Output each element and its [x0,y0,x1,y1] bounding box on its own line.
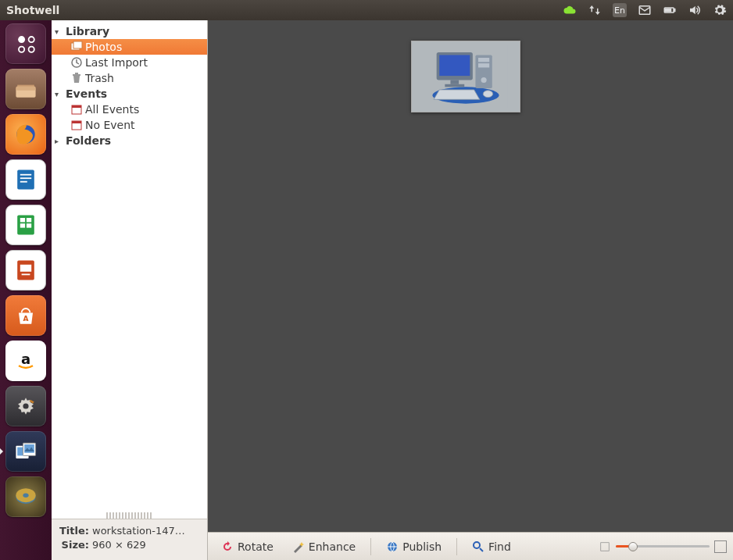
calendar-icon [70,119,83,131]
svg-rect-18 [27,218,31,222]
enhance-icon [292,540,305,553]
svg-point-27 [23,403,28,408]
svg-rect-3 [666,9,671,12]
rotate-button[interactable]: Rotate [214,538,281,555]
svg-rect-17 [20,218,25,222]
svg-rect-15 [20,181,27,183]
sidebar-group-folders[interactable]: ▸ Folders [52,133,207,148]
unity-launcher: A a [0,20,52,560]
sidebar: ▾ Library Photos Last Import Trash [52,20,208,560]
gear-icon[interactable] [713,3,727,17]
launcher-writer[interactable] [5,159,46,200]
svg-rect-39 [72,105,81,108]
svg-point-34 [23,494,28,498]
cloud-icon[interactable] [563,3,577,17]
launcher-calc[interactable] [5,205,46,245]
photos-icon [70,41,83,53]
launcher-firefox[interactable] [5,114,46,155]
sidebar-group-events[interactable]: ▾ Events [52,86,207,102]
zoom-slider[interactable] [599,540,727,553]
launcher-shotwell[interactable] [5,431,46,472]
svg-rect-16 [17,215,34,234]
calendar-icon [70,103,83,116]
zoom-small-icon [600,542,609,551]
svg-rect-46 [450,80,459,84]
chevron-right-icon: ▸ [55,137,63,145]
messages-icon[interactable] [638,3,652,17]
info-title-value: workstation-147… [92,524,185,538]
sidebar-group-label: Folders [66,134,111,147]
launcher-settings[interactable] [5,386,46,426]
volume-icon[interactable] [688,3,702,17]
svg-point-5 [29,37,34,42]
svg-point-4 [18,36,25,43]
svg-point-51 [481,77,487,83]
find-button[interactable]: Find [465,538,518,555]
svg-rect-47 [445,84,464,87]
bottom-toolbar: Rotate Enhance Publish Find [208,532,733,560]
svg-rect-13 [20,174,31,176]
sidebar-item-label: Photos [85,41,122,53]
launcher-amazon[interactable]: a [5,341,46,381]
sidebar-item-trash[interactable]: Trash [52,70,207,86]
sidebar-item-all-events[interactable]: All Events [52,102,207,117]
zoom-large-icon [714,540,727,553]
sidebar-group-library[interactable]: ▾ Library [52,23,207,39]
svg-point-6 [19,47,24,52]
chevron-down-icon: ▾ [55,90,63,98]
sidebar-item-label: Last Import [85,56,148,69]
svg-rect-49 [478,58,489,62]
info-size-value: 960 × 629 [92,538,146,552]
svg-rect-10 [16,86,35,90]
sidebar-item-photos[interactable]: Photos [52,39,207,55]
publish-icon [386,540,399,553]
svg-rect-36 [73,41,82,48]
battery-icon[interactable] [663,3,677,17]
app-title: Shotwell [6,4,59,16]
network-icon[interactable] [588,3,602,17]
photo-viewer: Rotate Enhance Publish Find [208,20,733,560]
sidebar-item-label: No Event [85,119,135,131]
enhance-button[interactable]: Enhance [285,538,363,555]
launcher-files[interactable] [5,69,46,109]
search-icon [472,540,484,553]
svg-rect-14 [20,177,31,179]
rotate-icon [221,540,234,553]
shotwell-window: ▾ Library Photos Last Import Trash [52,20,733,560]
svg-point-52 [483,91,492,98]
trash-icon [70,72,83,84]
sidebar-item-label: Trash [85,72,114,84]
keyboard-indicator[interactable]: En [613,3,627,17]
launcher-software-center[interactable]: A [5,295,46,336]
publish-label: Publish [402,540,442,553]
sidebar-resize-grip[interactable] [106,512,152,519]
rotate-label: Rotate [238,540,274,553]
sidebar-group-label: Library [66,25,109,37]
svg-text:A: A [23,315,29,323]
publish-button[interactable]: Publish [379,538,449,555]
menubar: Shotwell En [0,0,733,20]
info-title-label: Title: [59,524,89,538]
enhance-label: Enhance [309,540,356,553]
thumbnail-canvas[interactable] [208,20,733,532]
svg-rect-22 [20,265,31,272]
svg-rect-45 [439,55,470,76]
info-size-label: Size: [59,538,89,552]
separator [456,538,457,555]
svg-point-54 [474,542,480,548]
chevron-down-icon: ▾ [55,27,63,36]
svg-rect-19 [20,223,25,227]
photo-thumbnail[interactable] [411,41,520,112]
sidebar-item-last-import[interactable]: Last Import [52,55,207,70]
sidebar-item-no-event[interactable]: No Event [52,117,207,133]
sidebar-item-label: All Events [85,103,139,116]
svg-rect-50 [478,63,489,67]
zoom-track[interactable] [616,545,710,548]
launcher-dash[interactable] [5,23,46,64]
sidebar-group-label: Events [66,87,107,100]
find-label: Find [488,540,511,553]
zoom-thumb[interactable] [628,542,638,551]
launcher-disk[interactable] [5,476,46,517]
svg-rect-2 [674,9,675,12]
launcher-impress[interactable] [5,250,46,291]
